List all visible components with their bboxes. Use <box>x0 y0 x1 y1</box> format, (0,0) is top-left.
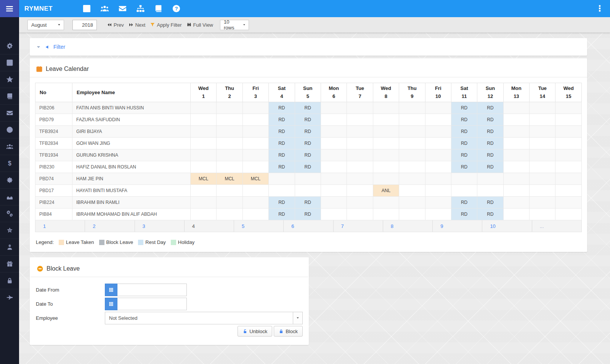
col-header-no: No <box>35 83 72 102</box>
sidebar-item-book[interactable] <box>0 88 19 104</box>
calendar-cell <box>191 126 217 138</box>
sidebar-item-gear[interactable] <box>0 37 19 54</box>
date-to-picker-button[interactable] <box>105 298 117 310</box>
pagination-page[interactable]: 10 <box>482 220 531 232</box>
calendar-cell <box>242 149 268 161</box>
calendar-cell <box>347 114 373 126</box>
hamburger-menu-button[interactable] <box>0 0 19 17</box>
sidebar-item-chart-line[interactable] <box>0 54 19 71</box>
chevron-down-icon[interactable] <box>36 45 41 49</box>
pagination-page[interactable]: 4 <box>184 220 234 232</box>
calendar-cell: RD <box>269 126 295 138</box>
rows-per-page-select[interactable]: 10 rows <box>220 20 249 30</box>
sitemap-icon[interactable] <box>136 4 145 13</box>
calendar-cell <box>503 126 529 138</box>
sidebar-item-burst[interactable] <box>0 172 19 188</box>
pagination-page[interactable]: 2 <box>85 220 134 232</box>
block-button[interactable]: Block <box>274 326 303 337</box>
day-name: Tue <box>530 85 555 92</box>
envelope-icon[interactable] <box>118 4 127 13</box>
divider <box>30 77 587 77</box>
leave-calendar-table: No Employee Name Wed1Thu2Fri3Sat4Sun5Mon… <box>35 83 582 220</box>
legend-item-label: Block Leave <box>106 239 133 245</box>
calendar-cell <box>555 114 582 126</box>
calendar-cell: RD <box>295 102 321 114</box>
kebab-menu-icon[interactable] <box>596 4 604 13</box>
calendar-cell: RD <box>451 126 477 138</box>
pagination-page[interactable]: 9 <box>432 220 482 232</box>
sidebar-item-star-badge[interactable] <box>0 222 19 239</box>
year-input[interactable] <box>72 20 97 30</box>
employee-no-cell: TFB1934 <box>35 149 72 161</box>
sidebar-item-fort[interactable] <box>0 188 19 205</box>
calendar-cell: RD <box>269 208 295 220</box>
day-column-header: Sun5 <box>295 83 321 102</box>
date-to-input[interactable] <box>117 298 187 310</box>
day-name: Sat <box>451 85 477 92</box>
next-button[interactable]: Next <box>128 22 146 28</box>
day-number: 13 <box>504 93 529 100</box>
sidebar-item-user-badge[interactable] <box>0 239 19 255</box>
unblock-button[interactable]: Unblock <box>238 326 272 337</box>
calendar-cell <box>191 114 217 126</box>
calendar-cell: RD <box>477 114 503 126</box>
cogs-icon <box>6 210 13 217</box>
apply-filter-button[interactable]: Apply Filter <box>150 22 181 28</box>
sidebar-item-lock[interactable] <box>0 272 19 289</box>
day-number: 6 <box>321 93 347 100</box>
employee-name-cell: HAFIZ DANIAL BIN ROSLAN <box>72 161 191 173</box>
employee-select[interactable]: Not Selected <box>105 312 303 324</box>
sidebar-item-dollar[interactable]: $ <box>0 155 19 172</box>
calendar-cell <box>217 197 242 208</box>
table-row: TFB2834GOH WAN JINGRDRDRDRD <box>35 138 582 149</box>
pagination-page[interactable]: 3 <box>135 220 184 232</box>
pagination-page[interactable]: 7 <box>333 220 383 232</box>
sidebar-item-gift[interactable] <box>0 255 19 272</box>
book-icon <box>6 93 13 100</box>
calendar-cell <box>555 185 582 197</box>
day-number: 1 <box>191 93 216 100</box>
date-from-input[interactable] <box>117 284 187 296</box>
prev-button[interactable]: Prev <box>107 22 124 28</box>
day-number: 2 <box>217 93 242 100</box>
table-row: PBD17HAYATI BINTI MUSTAFAANL <box>35 185 582 197</box>
full-view-button[interactable]: Full View <box>186 22 214 28</box>
users-icon[interactable] <box>100 4 109 13</box>
pagination-page[interactable]: 8 <box>383 220 432 232</box>
employee-select-arrow[interactable] <box>293 312 302 324</box>
month-select[interactable]: August <box>27 20 64 30</box>
filter-label[interactable]: Filter <box>53 44 65 50</box>
table-row: PIB206FATIN ANIS BINTI WAN HUSSINRDRDRDR… <box>35 102 582 114</box>
calendar-cell <box>191 102 217 114</box>
sidebar-item-envelope[interactable] <box>0 104 19 121</box>
calendar-cell <box>503 114 529 126</box>
pagination-page[interactable]: 5 <box>234 220 283 232</box>
calendar-cell <box>503 161 529 173</box>
sidebar-item-users[interactable] <box>0 138 19 155</box>
calendar-cell <box>242 126 268 138</box>
leave-calendar-title-row: Leave Calendar <box>35 63 582 77</box>
pagination-page[interactable]: 6 <box>283 220 333 232</box>
sidebar-item-clock[interactable] <box>0 121 19 138</box>
day-name: Thu <box>217 85 242 92</box>
table-header-row: No Employee Name Wed1Thu2Fri3Sat4Sun5Mon… <box>35 83 582 102</box>
date-from-picker-button[interactable] <box>105 284 117 296</box>
pagination-page[interactable]: ... <box>532 220 581 232</box>
double-right-icon <box>128 22 134 27</box>
question-circle-icon[interactable]: ? <box>172 4 181 13</box>
calendar-cell: RD <box>451 102 477 114</box>
calendar-cell <box>451 173 477 185</box>
col-header-employee: Employee Name <box>72 83 191 102</box>
sidebar-item-cogs[interactable] <box>0 205 19 222</box>
chart-line-icon[interactable] <box>82 4 91 13</box>
gear-icon <box>6 42 13 50</box>
sidebar-item-star-outline[interactable] <box>0 71 19 88</box>
employee-name-cell: FAZURA SAIFUDDIN <box>72 114 191 126</box>
calendar-cell: RD <box>451 161 477 173</box>
legend-item-label: Leave Taken <box>66 239 94 245</box>
book-icon[interactable] <box>154 4 163 13</box>
pagination-page[interactable]: 1 <box>35 220 85 232</box>
sidebar-item-jet[interactable] <box>0 289 19 306</box>
caret-down-icon <box>296 316 300 320</box>
calendar-cell: RD <box>269 149 295 161</box>
